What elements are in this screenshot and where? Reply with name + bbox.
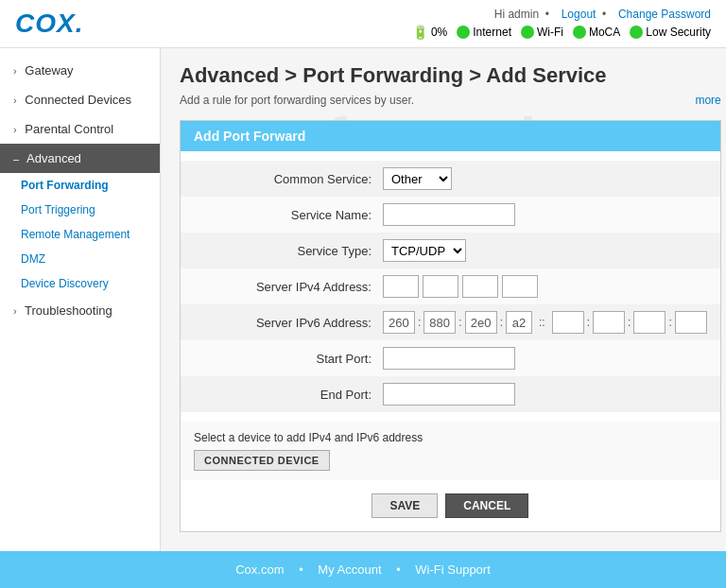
ipv6-seg-4[interactable] <box>506 311 532 334</box>
content-wrapper: › Gateway › Connected Devices › Parental… <box>0 48 726 551</box>
advanced-arrow-icon: – <box>13 153 19 164</box>
end-port-field[interactable] <box>383 383 515 406</box>
ipv4-octet-3[interactable] <box>462 275 498 298</box>
save-button[interactable]: SAVE <box>372 493 438 518</box>
subtitle-row: Add a rule for port forwarding services … <box>180 94 721 107</box>
start-port-input-wrapper[interactable] <box>383 347 515 370</box>
sidebar-item-connected-devices[interactable]: › Connected Devices <box>0 85 160 114</box>
footer-cox-link[interactable]: Cox.com <box>235 562 284 577</box>
ipv6-seg-5[interactable] <box>552 311 584 334</box>
more-link[interactable]: more <box>695 94 720 107</box>
sidebar-subitem-dmz[interactable]: DMZ <box>0 247 160 271</box>
footer: Cox.com • My Account • Wi-Fi Support <box>0 551 726 588</box>
logout-link[interactable]: Logout <box>562 8 596 21</box>
sidebar-subitem-port-forwarding[interactable]: Port Forwarding <box>0 173 160 198</box>
security-label: Low Security <box>646 26 711 39</box>
form-card-header: Add Port Forward <box>181 121 720 151</box>
sidebar-item-gateway[interactable]: › Gateway <box>0 56 160 85</box>
ipv6-seg-8[interactable] <box>675 311 707 334</box>
ipv4-octet-2[interactable] <box>423 275 458 298</box>
footer-wifi-link[interactable]: Wi-Fi Support <box>415 562 490 577</box>
sidebar-item-label: Gateway <box>25 63 73 78</box>
ipv6-colon-1: : <box>418 316 421 329</box>
ipv6-seg-2[interactable] <box>424 311 456 334</box>
page-subtitle: Add a rule for port forwarding services … <box>180 94 414 107</box>
sidebar-item-label: Connected Devices <box>25 93 131 107</box>
service-name-label: Service Name: <box>194 208 383 222</box>
sidebar-subitem-port-triggering[interactable]: Port Triggering <box>0 198 160 222</box>
ipv6-seg-1[interactable] <box>383 311 415 334</box>
sidebar-item-troubleshooting[interactable]: › Troubleshooting <box>0 296 160 325</box>
service-type-row: Service Type: TCP/UDP TCP UDP <box>181 233 720 268</box>
server-ipv6-input: : : : :: : : : <box>383 311 707 334</box>
header-user: Hi admin • Logout • Change Password <box>494 8 711 21</box>
ipv4-octet-4[interactable] <box>502 275 538 298</box>
footer-sep-1: • <box>299 562 303 577</box>
moca-icon <box>573 26 586 39</box>
battery-status: 🔋 0% <box>412 25 447 40</box>
common-service-select[interactable]: Other FTP HTTP HTTPS SMTP <box>383 167 452 190</box>
server-ipv4-row: Server IPv4 Address: <box>181 268 720 304</box>
start-port-label: Start Port: <box>194 352 383 366</box>
sidebar-subitem-label: Device Discovery <box>21 277 109 290</box>
device-select-row: Select a device to add IPv4 and IPv6 add… <box>181 422 720 480</box>
common-service-label: Common Service: <box>194 172 383 186</box>
wifi-label: Wi-Fi <box>537 26 563 39</box>
service-name-input-wrapper[interactable] <box>383 203 515 226</box>
ipv6-separator: :: <box>539 316 545 329</box>
internet-label: Internet <box>473 26 511 39</box>
sidebar-subitem-label: DMZ <box>21 252 45 266</box>
ipv6-colon-6: : <box>668 316 671 329</box>
logo: COX. <box>15 9 83 39</box>
change-password-link[interactable]: Change Password <box>618 8 711 21</box>
sidebar-subitem-device-discovery[interactable]: Device Discovery <box>0 271 160 296</box>
ipv4-octet-1[interactable] <box>383 275 419 298</box>
sidebar: › Gateway › Connected Devices › Parental… <box>0 48 161 551</box>
sidebar-subitem-remote-management[interactable]: Remote Management <box>0 222 160 247</box>
service-type-select[interactable]: TCP/UDP TCP UDP <box>383 239 466 262</box>
footer-myaccount-link[interactable]: My Account <box>318 562 381 577</box>
service-type-input[interactable]: TCP/UDP TCP UDP <box>383 239 466 262</box>
end-port-input-wrapper[interactable] <box>383 383 515 406</box>
moca-status: MoCA <box>573 26 620 39</box>
sidebar-item-parental-control[interactable]: › Parental Control <box>0 114 160 144</box>
user-greeting: Hi admin <box>494 8 539 21</box>
ipv6-seg-3[interactable] <box>465 311 497 334</box>
battery-label: 0% <box>431 26 447 39</box>
ipv6-colon-2: : <box>458 316 461 329</box>
footer-sep-2: • <box>396 562 401 577</box>
troubleshooting-arrow-icon: › <box>13 305 17 317</box>
gateway-arrow-icon: › <box>13 65 17 77</box>
ipv6-colon-4: : <box>587 316 590 329</box>
content-area: portforward Advanced > Port Forwarding >… <box>161 48 726 551</box>
common-service-input[interactable]: Other FTP HTTP HTTPS SMTP <box>383 167 452 190</box>
wifi-status: Wi-Fi <box>521 26 563 39</box>
ipv6-seg-6[interactable] <box>593 311 625 334</box>
end-port-row: End Port: <box>181 376 720 412</box>
ipv6-colon-3: : <box>500 316 503 329</box>
form-actions: SAVE CANCEL <box>181 480 720 531</box>
logo-text: COX. <box>15 9 83 38</box>
service-name-field[interactable] <box>383 203 515 226</box>
internet-status: Internet <box>457 26 511 39</box>
ipv6-seg-7[interactable] <box>633 311 666 334</box>
server-ipv4-input <box>383 275 538 298</box>
security-status: Low Security <box>630 26 711 39</box>
device-select-label: Select a device to add IPv4 and IPv6 add… <box>194 431 707 444</box>
connected-device-button[interactable]: CONNECTED DEVICE <box>194 450 330 471</box>
sidebar-subitem-label: Port Triggering <box>21 203 95 216</box>
ipv6-colon-5: : <box>628 316 631 329</box>
sidebar-subitem-label: Remote Management <box>21 228 130 241</box>
wifi-icon <box>521 26 534 39</box>
server-ipv6-row: Server IPv6 Address: : : : :: : <box>181 304 720 340</box>
sidebar-subitem-label: Port Forwarding <box>21 179 109 192</box>
cancel-button[interactable]: CANCEL <box>445 493 528 518</box>
security-icon <box>630 26 643 39</box>
end-port-label: End Port: <box>194 388 383 402</box>
start-port-field[interactable] <box>383 347 515 370</box>
sidebar-item-advanced[interactable]: – Advanced <box>0 144 160 173</box>
internet-icon <box>457 26 470 39</box>
service-type-label: Service Type: <box>194 244 383 258</box>
header: COX. Hi admin • Logout • Change Password… <box>0 0 726 48</box>
server-ipv6-label: Server IPv6 Address: <box>194 316 383 330</box>
